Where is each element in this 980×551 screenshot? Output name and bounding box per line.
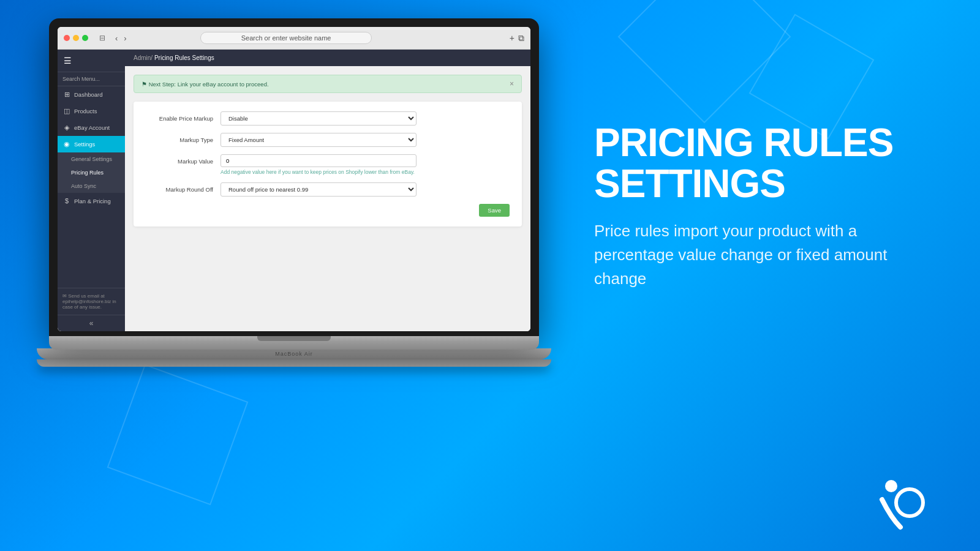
markup-type-row: Markup Type Fixed Amount Percentage [146, 133, 510, 147]
sidebar-item-ebay-account[interactable]: ◈ eBay Account [58, 119, 125, 136]
enable-price-markup-label: Enable Price Markup [146, 111, 213, 122]
traffic-light-green[interactable] [82, 35, 88, 41]
laptop-body [49, 336, 539, 350]
traffic-lights [64, 35, 88, 41]
ebay-icon: ◈ [62, 124, 71, 132]
markup-type-label: Markup Type [146, 133, 213, 143]
browser-chrome: ⊟ ‹ › Search or enter website name + ⧉ [58, 27, 530, 50]
sidebar-footer-message: Send us email at epihelp@infoshore.biz i… [62, 293, 116, 310]
dashboard-icon: ⊞ [62, 91, 71, 99]
plan-icon: $ [62, 197, 71, 204]
pricing-rules-label: Pricing Rules [71, 170, 104, 176]
alert-banner: ⚑ Next Step: Link your eBay account to p… [134, 75, 522, 93]
markup-round-off-row: Markup Round Off Round off price to near… [146, 182, 510, 197]
markup-round-off-control: Round off price to nearest 0.99 No round… [221, 182, 417, 197]
geo-shape-1 [618, 0, 791, 123]
sidebar-search-placeholder[interactable]: Search Menu... [58, 72, 125, 86]
promo-title: PRICING RULES SETTINGS [594, 122, 931, 204]
laptop-base: MacBook Air [37, 348, 551, 359]
sidebar-label-settings: Settings [74, 141, 95, 148]
markup-value-row: Markup Value Add negative value here if … [146, 154, 510, 175]
promo-text-area: PRICING RULES SETTINGS Price rules impor… [594, 122, 931, 291]
sidebar-sub-pricing-rules[interactable]: Pricing Rules [58, 166, 125, 179]
settings-icon: ◉ [62, 140, 71, 148]
nav-arrows: ‹ › [113, 32, 129, 44]
sidebar-footer: ✉ Send us email at epihelp@infoshore.biz… [58, 288, 125, 315]
laptop-model-label: MacBook Air [275, 351, 313, 357]
laptop-stand [37, 359, 551, 367]
sidebar-label-dashboard: Dashboard [74, 91, 102, 98]
new-tab-button[interactable]: + [510, 33, 514, 43]
markup-round-off-select[interactable]: Round off price to nearest 0.99 No round… [221, 182, 417, 197]
sidebar-item-settings[interactable]: ◉ Settings [58, 136, 125, 152]
markup-value-control: Add negative value here if you want to k… [221, 154, 417, 175]
markup-value-hint: Add negative value here if you want to k… [221, 169, 417, 175]
pricing-rules-form-card: Enable Price Markup Disable Enable [134, 102, 522, 227]
sidebar-label-ebay: eBay Account [74, 124, 110, 131]
traffic-light-red[interactable] [64, 35, 70, 41]
macbook-frame: ⊟ ‹ › Search or enter website name + ⧉ [49, 18, 539, 350]
screen-inner: ⊟ ‹ › Search or enter website name + ⧉ [58, 27, 530, 331]
laptop-hinge [257, 336, 331, 341]
sidebar-collapse-button[interactable]: « [58, 315, 125, 331]
breadcrumb-current: Pricing Rules Settings [154, 54, 214, 61]
sidebar-sub-auto-sync[interactable]: Auto Sync [58, 179, 125, 193]
sidebar-item-dashboard[interactable]: ⊞ Dashboard [58, 86, 125, 103]
auto-sync-label: Auto Sync [71, 183, 96, 189]
app-container: ☰ Search Menu... ⊞ Dashboard ◫ Products … [58, 50, 530, 331]
markup-value-input[interactable] [221, 154, 417, 167]
address-bar[interactable]: Search or enter website name [200, 32, 372, 44]
address-bar-text: Search or enter website name [241, 34, 331, 42]
collapse-icon: « [89, 319, 94, 328]
breadcrumb: Admin/ Pricing Rules Settings [134, 54, 214, 61]
screen-bezel: ⊟ ‹ › Search or enter website name + ⧉ [49, 18, 539, 336]
sidebar: ☰ Search Menu... ⊞ Dashboard ◫ Products … [58, 50, 125, 331]
markup-round-off-label: Markup Round Off [146, 182, 213, 193]
form-actions: Save [146, 204, 510, 217]
promo-title-line1: PRICING RULES [594, 121, 893, 165]
logo-area [870, 469, 931, 533]
laptop-wrapper: ⊟ ‹ › Search or enter website name + ⧉ [18, 18, 570, 533]
traffic-light-yellow[interactable] [73, 35, 79, 41]
sidebar-item-plan-pricing[interactable]: $ Plan & Pricing [58, 193, 125, 209]
sidebar-label-products: Products [74, 108, 97, 114]
sidebar-item-products[interactable]: ◫ Products [58, 103, 125, 119]
promo-subtitle: Price rules import your product with a p… [594, 219, 931, 291]
nav-forward-button[interactable]: › [121, 32, 129, 44]
enable-price-markup-select[interactable]: Disable Enable [221, 111, 417, 126]
markup-value-label: Markup Value [146, 154, 213, 165]
alert-message: ⚑ Next Step: Link your eBay account to p… [141, 81, 269, 88]
content-area: ⚑ Next Step: Link your eBay account to p… [125, 66, 530, 235]
sidebar-sub-general-settings[interactable]: General Settings [58, 152, 125, 166]
svg-point-0 [885, 480, 897, 492]
alert-close-button[interactable]: × [510, 80, 514, 88]
browser-actions: + ⧉ [510, 33, 524, 43]
svg-point-1 [896, 489, 923, 516]
duplicate-tab-button[interactable]: ⧉ [518, 33, 524, 43]
sidebar-label-plan: Plan & Pricing [74, 198, 111, 204]
enable-price-markup-row: Enable Price Markup Disable Enable [146, 111, 510, 126]
breadcrumb-admin: Admin/ [134, 54, 153, 61]
enable-price-markup-control: Disable Enable [221, 111, 417, 126]
sidebar-settings-section: General Settings Pricing Rules Auto Sync [58, 152, 125, 193]
company-logo [870, 469, 931, 530]
markup-type-select[interactable]: Fixed Amount Percentage [221, 133, 417, 147]
promo-title-line2: SETTINGS [594, 162, 785, 206]
hamburger-menu[interactable]: ☰ [58, 50, 125, 72]
top-bar: Admin/ Pricing Rules Settings [125, 50, 530, 66]
sidebar-footer-text: ✉ [62, 293, 68, 299]
save-button[interactable]: Save [479, 204, 510, 217]
general-settings-label: General Settings [71, 156, 112, 162]
products-icon: ◫ [62, 107, 71, 115]
main-content: Admin/ Pricing Rules Settings ⚑ Next Ste… [125, 50, 530, 331]
sidebar-toggle-icon[interactable]: ⊟ [97, 32, 108, 43]
nav-back-button[interactable]: ‹ [113, 32, 120, 44]
markup-type-control: Fixed Amount Percentage [221, 133, 417, 147]
